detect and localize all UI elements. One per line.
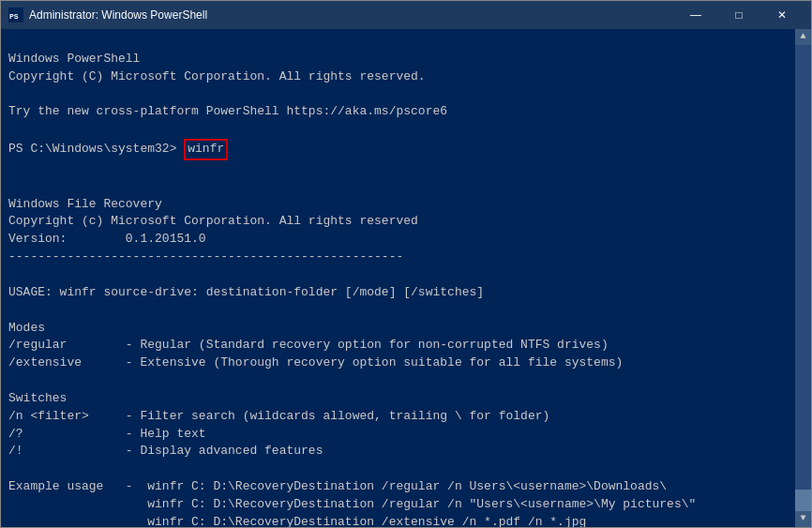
line-23: Example usage - winfr C: D:\RecoveryDest… bbox=[8, 479, 667, 493]
scrollbar-up-button[interactable]: ▲ bbox=[795, 29, 811, 45]
powershell-icon: PS bbox=[8, 8, 23, 23]
line-9: Version: 0.1.20151.0 bbox=[8, 232, 206, 246]
line-25: winfr C: D:\RecoveryDestination /extensi… bbox=[8, 515, 586, 527]
window-controls: — □ ✕ bbox=[674, 1, 804, 29]
line-19: /n <filter> - Filter search (wildcards a… bbox=[8, 409, 549, 423]
line-21: /! - Display advanced features bbox=[8, 444, 323, 458]
line-2: Copyright (C) Microsoft Corporation. All… bbox=[8, 69, 426, 83]
svg-text:PS: PS bbox=[9, 12, 19, 21]
scrollbar-track: ▲ ▼ bbox=[795, 29, 811, 527]
line-7: Windows File Recovery bbox=[8, 197, 162, 211]
line-14: Modes bbox=[8, 321, 45, 335]
terminal-output-2: Windows File Recovery Copyright (c) Micr… bbox=[8, 160, 804, 527]
maximize-button[interactable]: □ bbox=[717, 1, 760, 29]
line-16: /extensive - Extensive (Thorough recover… bbox=[8, 355, 623, 370]
window-title: Administrator: Windows PowerShell bbox=[29, 8, 669, 22]
title-bar: PS Administrator: Windows PowerShell — □… bbox=[1, 1, 811, 29]
prompt-1: PS C:\Windows\system32> bbox=[8, 141, 184, 158]
terminal-area[interactable]: Windows PowerShell Copyright (C) Microso… bbox=[1, 29, 811, 527]
line-20: /? - Help text bbox=[8, 427, 206, 441]
line-12: USAGE: winfr source-drive: destination-f… bbox=[8, 285, 484, 299]
line-18: Switches bbox=[8, 391, 67, 405]
line-8: Copyright (c) Microsoft Corporation. All… bbox=[8, 214, 418, 228]
line-1: Windows PowerShell bbox=[8, 52, 140, 66]
line-10: ----------------------------------------… bbox=[8, 249, 403, 264]
line-15: /regular - Regular (Standard recovery op… bbox=[8, 338, 609, 352]
minimize-button[interactable]: — bbox=[674, 1, 717, 29]
line-24: winfr C: D:\RecoveryDestination /regular… bbox=[8, 497, 696, 511]
terminal-output: Windows PowerShell Copyright (C) Microso… bbox=[8, 33, 804, 139]
scrollbar-down-button[interactable]: ▼ bbox=[795, 511, 811, 527]
line-4: Try the new cross-platform PowerShell ht… bbox=[8, 104, 447, 118]
command-winfr: winfr bbox=[184, 139, 228, 160]
powershell-window: PS Administrator: Windows PowerShell — □… bbox=[0, 0, 812, 528]
prompt-line-1: PS C:\Windows\system32> winfr bbox=[8, 139, 804, 160]
close-button[interactable]: ✕ bbox=[760, 1, 804, 29]
